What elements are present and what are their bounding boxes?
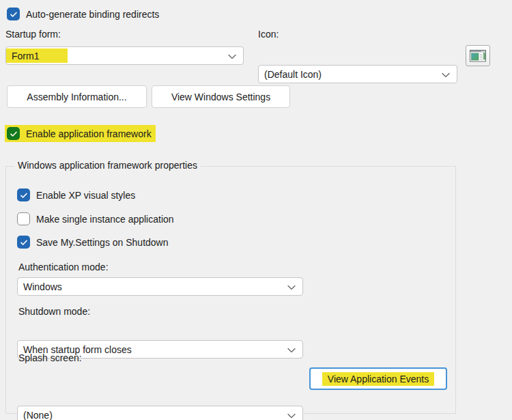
enable-xp-visual-styles-label: Enable XP visual styles [36,190,135,201]
authentication-mode-value: Windows [23,281,62,292]
make-single-instance-checkbox[interactable] [17,212,30,225]
icon-combobox[interactable]: (Default Icon) [258,65,457,83]
shutdown-mode-value: When startup form closes [23,344,132,355]
assembly-information-label: Assembly Information... [27,92,126,102]
startup-form-value: Form1 [12,51,39,61]
checkmark-icon [20,238,28,247]
chevron-down-icon [287,413,296,419]
view-windows-settings-label: View Windows Settings [171,92,270,102]
view-windows-settings-button[interactable]: View Windows Settings [152,85,290,108]
make-single-instance-label: Make single instance application [36,214,174,225]
save-my-settings-checkbox[interactable] [17,236,30,249]
icon-label: Icon: [258,29,279,40]
enable-xp-visual-styles-checkbox[interactable] [17,188,30,201]
icon-value: (Default Icon) [264,69,322,80]
startup-form-combobox[interactable]: Form1 [5,46,244,65]
enable-application-framework-checkbox[interactable] [7,127,20,140]
auto-generate-label: Auto-generate binding redirects [26,9,159,20]
splash-screen-value: (None) [23,410,53,420]
windows-application-framework-groupbox: Windows application framework properties… [5,166,456,414]
groupbox-title: Windows application framework properties [14,160,201,171]
startup-form-label: Startup form: [5,29,61,40]
chevron-down-icon [228,54,236,59]
checkmark-icon [10,130,18,138]
enable-xp-visual-styles-row: Enable XP visual styles [17,188,135,201]
chevron-down-icon [442,72,450,78]
chevron-down-icon [287,348,296,353]
icon-preview-button[interactable] [466,45,490,66]
save-my-settings-label: Save My.Settings on Shutdown [36,237,169,248]
auto-generate-checkbox[interactable] [7,8,20,20]
enable-application-framework-label: Enable application framework [26,128,152,139]
checkmark-icon [10,10,18,18]
view-application-events-label: View Application Events [322,372,434,386]
form-icon [470,50,486,62]
auto-generate-binding-redirects-row: Auto-generate binding redirects [7,8,159,20]
shutdown-mode-label: Shutdown mode: [18,306,90,317]
checkmark-icon [20,191,28,199]
chevron-down-icon [287,285,296,290]
save-my-settings-row: Save My.Settings on Shutdown [17,236,169,249]
enable-application-framework-row: Enable application framework [5,125,156,142]
splash-screen-combobox[interactable]: (None) [17,406,303,420]
authentication-mode-combobox[interactable]: Windows [17,277,303,296]
view-application-events-button[interactable]: View Application Events [309,367,447,390]
assembly-information-button[interactable]: Assembly Information... [7,85,147,108]
make-single-instance-row: Make single instance application [17,212,174,225]
authentication-mode-label: Authentication mode: [18,262,109,272]
